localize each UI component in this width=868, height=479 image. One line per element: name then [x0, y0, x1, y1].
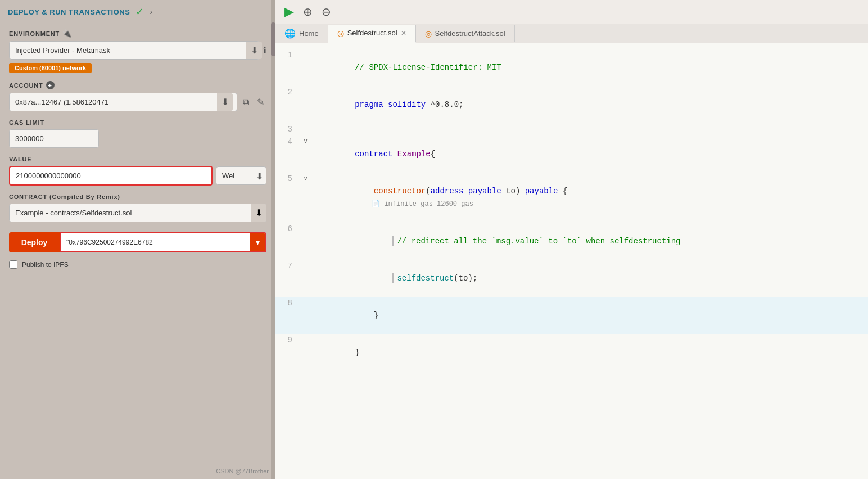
- sol-icon-2: ◎: [425, 29, 432, 38]
- code-line-7: 7 selfdestruct(to);: [275, 260, 868, 297]
- tab-selfdestruct[interactable]: ◎ Selfdestruct.sol ✕: [328, 25, 416, 43]
- info-icon[interactable]: ℹ: [263, 45, 266, 56]
- scrollable-content: ENVIRONMENT 🔌 Injected Provider - Metama…: [0, 24, 275, 479]
- code-area: 1 // SPDX-License-Identifier: MIT 2 prag…: [275, 43, 868, 479]
- play-button[interactable]: ▶: [282, 3, 296, 20]
- code-line-5: 5 ∨ constructor(address payable to) paya…: [275, 173, 868, 223]
- arrow-icon: ›: [150, 7, 152, 16]
- publish-row: Publish to IPFS: [9, 260, 266, 269]
- zoom-in-button[interactable]: ⊕: [301, 4, 315, 20]
- line-content-7: selfdestruct(to);: [315, 260, 868, 297]
- code-line-8: 8 }: [275, 297, 868, 334]
- line-content-4: contract Example{: [315, 135, 868, 173]
- environment-label: ENVIRONMENT 🔌: [9, 29, 266, 38]
- code-line-6: 6 // redirect all the `msg.value` to `to…: [275, 223, 868, 260]
- value-input-wrapper: [9, 166, 213, 186]
- plus-icon[interactable]: +: [46, 81, 55, 89]
- left-panel: DEPLOY & RUN TRANSACTIONS ✓ › ENVIRONMEN…: [0, 0, 275, 479]
- line-num-9: 9: [275, 334, 304, 346]
- tabs-bar: 🌐 Home ◎ Selfdestruct.sol ✕ ◎ Selfdestru…: [275, 24, 868, 43]
- tab-home-label: Home: [299, 29, 319, 38]
- line-content-6: // redirect all the `msg.value` to `to` …: [315, 223, 868, 260]
- line-content-8: }: [315, 297, 868, 334]
- check-icon: ✓: [135, 6, 144, 18]
- copy-icon[interactable]: ⧉: [241, 95, 251, 110]
- line-num-2: 2: [275, 86, 304, 98]
- code-line-2: 2 pragma solidity ^0.8.0;: [275, 86, 868, 123]
- account-select[interactable]: 0x87a...12467 (1.586120471: [9, 93, 237, 111]
- unit-select[interactable]: Wei Gwei Ether: [216, 166, 266, 185]
- account-select-wrapper: 0x87a...12467 (1.586120471 ⬇: [9, 93, 237, 111]
- zoom-out-button[interactable]: ⊖: [319, 4, 333, 20]
- watermark: CSDN @77Brother: [216, 468, 269, 475]
- edit-icon[interactable]: ✎: [255, 94, 266, 110]
- contract-select-wrapper: Example - contracts/Selfdestruct.sol ⬇: [9, 204, 266, 222]
- right-panel: ▶ ⊕ ⊖ 🌐 Home ◎ Selfdestruct.sol ✕ ◎ Self…: [275, 0, 868, 479]
- editor-toolbar: ▶ ⊕ ⊖: [275, 0, 868, 24]
- line-content-5: constructor(address payable to) payable …: [315, 173, 868, 223]
- line-num-3: 3: [275, 123, 304, 135]
- line-num-6: 6: [275, 223, 304, 235]
- account-label: ACCOUNT +: [9, 81, 266, 89]
- tab-selfdestruct-label: Selfdestruct.sol: [347, 29, 397, 37]
- panel-header: DEPLOY & RUN TRANSACTIONS ✓ ›: [0, 0, 275, 24]
- contract-select[interactable]: Example - contracts/Selfdestruct.sol: [9, 204, 266, 222]
- deploy-row: Deploy ▾: [9, 232, 266, 252]
- value-input[interactable]: [9, 166, 213, 186]
- deploy-button[interactable]: Deploy: [9, 232, 60, 252]
- code-line-9: 9 }: [275, 334, 868, 371]
- line-num-4: 4: [275, 135, 304, 148]
- scroll-thumb[interactable]: [271, 22, 275, 56]
- deploy-address-wrapper: ▾: [60, 232, 266, 252]
- deploy-address-input[interactable]: [61, 234, 250, 251]
- contract-label: CONTRACT (Compiled By Remix): [9, 193, 266, 200]
- line-num-1: 1: [275, 49, 304, 61]
- sol-icon-1: ◎: [337, 29, 344, 38]
- close-icon-1[interactable]: ✕: [401, 29, 406, 37]
- line-content-1: // SPDX-License-Identifier: MIT: [315, 49, 868, 86]
- plug-icon: 🔌: [62, 29, 72, 38]
- network-badge: Custom (80001) network: [9, 63, 92, 73]
- code-line-3: 3: [275, 123, 868, 135]
- environment-select-wrapper: Injected Provider - Metamask ⬇ ℹ: [9, 41, 266, 60]
- publish-checkbox[interactable]: [9, 260, 17, 269]
- line-chevron-4: ∨: [304, 135, 315, 148]
- globe-icon: 🌐: [284, 28, 296, 39]
- value-row: Wei Gwei Ether ⬇: [9, 166, 266, 186]
- code-line-1: 1 // SPDX-License-Identifier: MIT: [275, 49, 868, 86]
- gas-limit-input[interactable]: [9, 129, 99, 148]
- tab-selfdestructattack[interactable]: ◎ SelfdestructAttack.sol: [416, 25, 515, 42]
- publish-label: Publish to IPFS: [22, 261, 69, 269]
- line-num-5: 5: [275, 173, 304, 185]
- line-num-8: 8: [275, 297, 304, 309]
- tab-home[interactable]: 🌐 Home: [275, 24, 328, 43]
- code-line-4: 4 ∨ contract Example{: [275, 135, 868, 173]
- deploy-dropdown-button[interactable]: ▾: [250, 233, 265, 251]
- line-content-9: }: [315, 334, 868, 371]
- gas-limit-label: GAS LIMIT: [9, 119, 266, 126]
- scrollbar[interactable]: [271, 0, 275, 479]
- value-label: VALUE: [9, 156, 266, 162]
- account-row: 0x87a...12467 (1.586120471 ⬇ ⧉ ✎: [9, 93, 266, 111]
- line-num-7: 7: [275, 260, 304, 272]
- line-content-2: pragma solidity ^0.8.0;: [315, 86, 868, 123]
- tab-selfdestructattack-label: SelfdestructAttack.sol: [435, 29, 505, 38]
- panel-title: DEPLOY & RUN TRANSACTIONS: [8, 8, 130, 16]
- line-chevron-5: ∨: [304, 173, 315, 185]
- unit-select-wrapper: Wei Gwei Ether ⬇: [216, 166, 266, 185]
- environment-select[interactable]: Injected Provider - Metamask: [9, 41, 260, 60]
